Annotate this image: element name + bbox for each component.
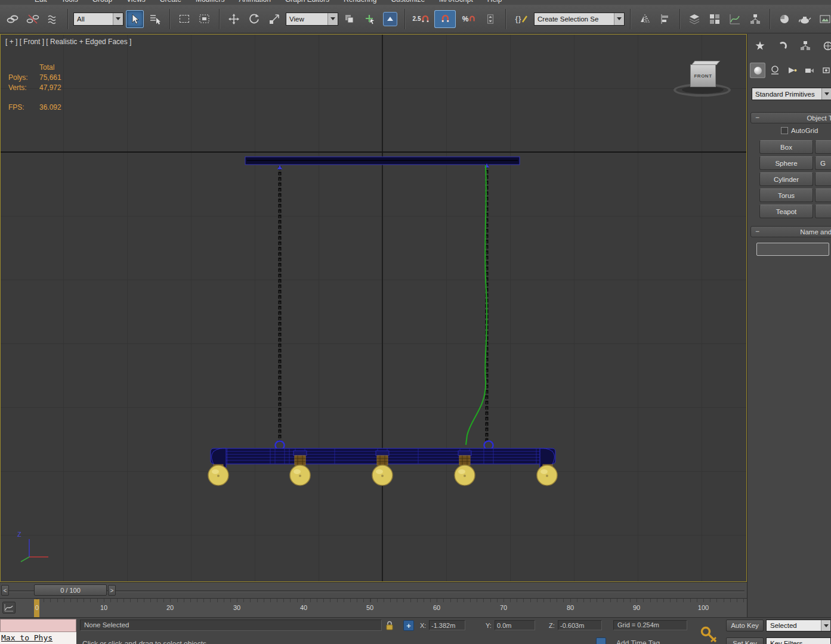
cone-button[interactable]: [815, 140, 831, 154]
viewcube[interactable]: FRONT: [690, 64, 716, 87]
select-and-scale-icon[interactable]: [265, 10, 283, 28]
object-type-rollout[interactable]: Object Type: [750, 112, 831, 123]
viewport-canvas[interactable]: [ + ] [ Front ] [ Realistic + Edged Face…: [0, 34, 747, 582]
named-selection-set-dropdown[interactable]: Create Selection Se: [534, 13, 625, 26]
key-filters-button[interactable]: Key Filters...: [766, 637, 831, 644]
tube-button[interactable]: [815, 172, 831, 186]
menu-item-customize[interactable]: Customize: [391, 0, 425, 4]
menu-item-rendering[interactable]: Rendering: [344, 0, 376, 4]
track-bar[interactable]: 0 10 20 30 40 50 60 70 80 90 100: [0, 598, 747, 617]
menu-item-animation[interactable]: Animation: [239, 0, 271, 4]
selected-dropdown[interactable]: Selected: [766, 620, 831, 631]
category-geometry-icon[interactable]: [750, 63, 765, 78]
z-coordinate-input[interactable]: [558, 620, 602, 630]
time-slider-handle[interactable]: 0 / 100: [34, 584, 107, 596]
bind-to-space-warp-icon[interactable]: [44, 10, 62, 28]
spinner-snap-toggle-icon[interactable]: [482, 10, 500, 28]
angle-snap-toggle-icon[interactable]: [434, 10, 456, 28]
torus-button[interactable]: Torus: [759, 188, 813, 202]
primitive-category-value: Standard Primitives: [755, 91, 821, 98]
teapot-button[interactable]: Teapot: [759, 205, 813, 218]
category-cameras-icon[interactable]: [802, 63, 817, 78]
select-and-move-icon[interactable]: [225, 10, 243, 28]
next-frame-button[interactable]: >: [108, 585, 116, 596]
menu-item-help[interactable]: Help: [487, 0, 502, 4]
cylinder-button[interactable]: Cylinder: [759, 172, 813, 186]
layer-manager-icon[interactable]: [685, 10, 703, 28]
time-tag-icon[interactable]: [596, 637, 606, 644]
selection-status-text: None Selected: [84, 621, 129, 628]
world-axis-tripod: Z: [11, 527, 54, 565]
graphite-modeling-tools-icon[interactable]: [706, 10, 724, 28]
name-and-color-rollout[interactable]: Name and Color: [750, 226, 831, 237]
selection-lock-icon[interactable]: [385, 620, 394, 631]
x-coordinate-input[interactable]: [429, 620, 465, 630]
select-and-link-icon[interactable]: [4, 10, 21, 28]
geosphere-button[interactable]: G: [815, 156, 831, 170]
category-lights-icon[interactable]: [784, 63, 800, 78]
create-tab-icon[interactable]: [751, 38, 769, 54]
category-helpers-icon[interactable]: [819, 63, 831, 78]
hierarchy-tab-icon[interactable]: [796, 38, 814, 54]
auto-key-button[interactable]: Auto Key: [726, 620, 764, 631]
toolbar-separator: [67, 9, 68, 29]
frame-label: 40: [300, 604, 307, 611]
add-time-tag-label[interactable]: Add Time Tag: [616, 639, 660, 644]
macro-recorder-line[interactable]: [0, 619, 76, 632]
select-and-rotate-icon[interactable]: [245, 10, 263, 28]
category-shapes-icon[interactable]: [767, 63, 783, 78]
mirror-icon[interactable]: [636, 10, 654, 28]
set-key-button[interactable]: Set Key: [726, 637, 764, 644]
rendered-frame-window-icon[interactable]: [816, 10, 831, 28]
motion-tab-icon[interactable]: [819, 38, 831, 54]
menu-item-group[interactable]: Group: [92, 0, 112, 4]
maxscript-mini-listener[interactable]: Max to Phys: [0, 632, 76, 644]
rectangular-selection-region-icon[interactable]: [175, 10, 193, 28]
open-mini-curve-editor-icon[interactable]: [2, 602, 16, 614]
frame-label: 80: [567, 604, 574, 611]
use-pivot-point-center-icon[interactable]: [341, 10, 359, 28]
sphere-button[interactable]: Sphere: [759, 156, 813, 170]
align-icon[interactable]: [656, 10, 674, 28]
select-and-manipulate-icon[interactable]: [361, 10, 379, 28]
viewport-label[interactable]: [ + ] [ Front ] [ Realistic + Edged Face…: [5, 38, 131, 46]
primitive-category-dropdown[interactable]: Standard Primitives: [752, 88, 831, 100]
edit-named-selection-sets-icon[interactable]: {}: [511, 10, 532, 28]
window-crossing-toggle-icon[interactable]: [196, 10, 214, 28]
y-coordinate-input[interactable]: [495, 620, 535, 630]
absolute-mode-toggle-icon[interactable]: +: [403, 620, 414, 631]
menu-item-maxscript[interactable]: MAXScript: [439, 0, 473, 4]
keyboard-shortcut-override-icon[interactable]: [381, 10, 399, 28]
menu-item-tools[interactable]: Tools: [61, 0, 78, 4]
unlink-selection-icon[interactable]: [24, 10, 42, 28]
select-object-button[interactable]: [126, 10, 144, 28]
menu-item-modifiers[interactable]: Modifiers: [196, 0, 225, 4]
menu-item-views[interactable]: Views: [126, 0, 146, 4]
autogrid-checkbox[interactable]: [781, 127, 788, 134]
menu-item-create[interactable]: Create: [160, 0, 181, 4]
curve-editor-icon[interactable]: [726, 10, 744, 28]
reference-coordinate-dropdown[interactable]: View: [286, 13, 338, 26]
cylinder-button-label: Cylinder: [774, 176, 799, 183]
snaps-toggle-icon[interactable]: 2.5: [410, 10, 432, 28]
box-button[interactable]: Box: [759, 140, 813, 154]
render-setup-icon[interactable]: [796, 10, 814, 28]
pyramid-button[interactable]: [815, 188, 831, 202]
autogrid-checkbox-row[interactable]: AutoGrid: [781, 127, 818, 134]
menu-item-graph-editors[interactable]: Graph Editors: [285, 0, 329, 4]
previous-frame-button[interactable]: <: [1, 585, 9, 596]
set-keys-icon[interactable]: [699, 625, 721, 644]
object-name-input[interactable]: [756, 243, 829, 256]
next-frame-glyph: >: [110, 587, 114, 594]
percent-glyph: %: [462, 15, 469, 23]
select-by-name-icon[interactable]: [146, 10, 164, 28]
menu-item-edit[interactable]: Edit: [35, 0, 47, 4]
modify-tab-icon[interactable]: [774, 38, 792, 54]
frame-label: 60: [433, 604, 440, 611]
selection-filter-dropdown[interactable]: All: [73, 13, 123, 26]
schematic-view-icon[interactable]: [746, 10, 764, 28]
material-editor-icon[interactable]: [776, 10, 793, 28]
percent-snap-toggle-icon[interactable]: %: [458, 10, 480, 28]
plane-button[interactable]: [815, 205, 831, 218]
time-slider[interactable]: < 0 / 100 >: [0, 582, 747, 598]
